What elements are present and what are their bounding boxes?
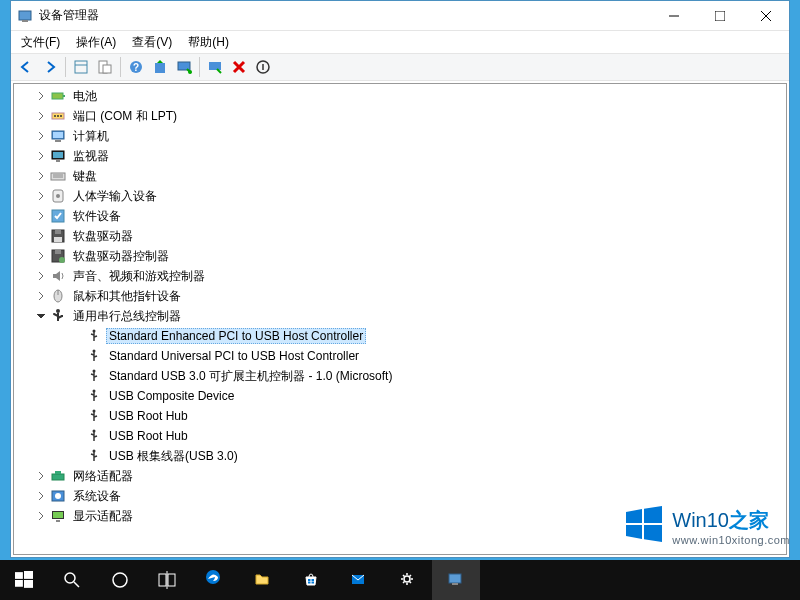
tree-node[interactable]: 软盘驱动器 <box>14 226 786 246</box>
expand-icon[interactable] <box>70 349 84 363</box>
tree-node[interactable]: 鼠标和其他指针设备 <box>14 286 786 306</box>
tree-node[interactable]: 软件设备 <box>14 206 786 226</box>
device-icon <box>86 408 102 424</box>
tree-node[interactable]: 计算机 <box>14 126 786 146</box>
device-icon <box>50 108 66 124</box>
properties-button[interactable] <box>94 56 116 78</box>
scan-hardware-button[interactable] <box>173 56 195 78</box>
tree-node[interactable]: USB Root Hub <box>14 426 786 446</box>
task-view-button[interactable] <box>144 560 192 600</box>
menu-action[interactable]: 操作(A) <box>70 32 122 53</box>
menu-help[interactable]: 帮助(H) <box>182 32 235 53</box>
expand-icon[interactable] <box>70 389 84 403</box>
expand-icon[interactable] <box>34 169 48 183</box>
forward-button[interactable] <box>39 56 61 78</box>
device-icon <box>50 168 66 184</box>
delete-button[interactable] <box>228 56 250 78</box>
enable-button[interactable] <box>252 56 274 78</box>
device-icon <box>86 348 102 364</box>
search-button[interactable] <box>48 560 96 600</box>
update-driver-button[interactable] <box>149 56 171 78</box>
device-icon <box>50 268 66 284</box>
tree-node[interactable]: 监视器 <box>14 146 786 166</box>
tree-node[interactable]: 系统设备 <box>14 486 786 506</box>
device-label: 软盘驱动器控制器 <box>70 247 172 266</box>
maximize-button[interactable] <box>697 1 743 30</box>
svg-point-71 <box>65 573 75 583</box>
uninstall-button[interactable] <box>204 56 226 78</box>
device-icon <box>50 88 66 104</box>
expand-icon[interactable] <box>34 229 48 243</box>
svg-rect-75 <box>168 574 175 586</box>
device-manager-window: 设备管理器 文件(F) 操作(A) 查看(V) 帮助(H) 电池端口 (COM … <box>10 0 790 558</box>
close-button[interactable] <box>743 1 789 30</box>
svg-rect-74 <box>159 574 166 586</box>
expand-icon[interactable] <box>34 149 48 163</box>
explorer-button[interactable] <box>240 560 288 600</box>
tree-node[interactable]: USB Root Hub <box>14 406 786 426</box>
device-label: 端口 (COM 和 LPT) <box>70 107 180 126</box>
start-button[interactable] <box>0 560 48 600</box>
tree-node[interactable]: 人体学输入设备 <box>14 186 786 206</box>
tree-node[interactable]: Standard Universal PCI to USB Host Contr… <box>14 346 786 366</box>
device-label: USB 根集线器(USB 3.0) <box>106 447 241 466</box>
tree-node[interactable]: Standard Enhanced PCI to USB Host Contro… <box>14 326 786 346</box>
edge-button[interactable] <box>192 560 240 600</box>
tree-node[interactable]: USB Composite Device <box>14 386 786 406</box>
menubar: 文件(F) 操作(A) 查看(V) 帮助(H) <box>11 31 789 53</box>
settings-button[interactable] <box>384 560 432 600</box>
tree-scroll[interactable]: 电池端口 (COM 和 LPT)计算机监视器键盘人体学输入设备软件设备软盘驱动器… <box>14 84 786 554</box>
expand-icon[interactable] <box>34 129 48 143</box>
tree-node[interactable]: 网络适配器 <box>14 466 786 486</box>
tree-node[interactable]: 键盘 <box>14 166 786 186</box>
device-label: 显示适配器 <box>70 507 136 526</box>
device-manager-taskbar-button[interactable] <box>432 560 480 600</box>
expand-icon[interactable] <box>34 109 48 123</box>
expand-icon[interactable] <box>70 409 84 423</box>
menu-view[interactable]: 查看(V) <box>126 32 178 53</box>
tree-node[interactable]: USB 根集线器(USB 3.0) <box>14 446 786 466</box>
device-tree: 电池端口 (COM 和 LPT)计算机监视器键盘人体学输入设备软件设备软盘驱动器… <box>13 83 787 555</box>
store-button[interactable] <box>288 560 336 600</box>
device-label: 网络适配器 <box>70 467 136 486</box>
tree-node[interactable]: 端口 (COM 和 LPT) <box>14 106 786 126</box>
tree-node[interactable]: 显示适配器 <box>14 506 786 526</box>
expand-icon[interactable] <box>34 489 48 503</box>
help-button[interactable] <box>125 56 147 78</box>
device-icon <box>50 248 66 264</box>
show-hide-button[interactable] <box>70 56 92 78</box>
tree-node[interactable]: 通用串行总线控制器 <box>14 306 786 326</box>
device-icon <box>50 228 66 244</box>
device-label: USB Root Hub <box>106 408 191 424</box>
tree-node[interactable]: 软盘驱动器控制器 <box>14 246 786 266</box>
expand-icon[interactable] <box>70 429 84 443</box>
titlebar[interactable]: 设备管理器 <box>11 1 789 31</box>
expand-icon[interactable] <box>34 289 48 303</box>
tree-node[interactable]: 电池 <box>14 86 786 106</box>
expand-icon[interactable] <box>34 249 48 263</box>
device-label: 监视器 <box>70 147 112 166</box>
mail-button[interactable] <box>336 560 384 600</box>
tree-node[interactable]: Standard USB 3.0 可扩展主机控制器 - 1.0 (Microso… <box>14 366 786 386</box>
expand-icon[interactable] <box>34 309 48 323</box>
device-icon <box>50 508 66 524</box>
minimize-button[interactable] <box>651 1 697 30</box>
expand-icon[interactable] <box>70 329 84 343</box>
expand-icon[interactable] <box>70 369 84 383</box>
expand-icon[interactable] <box>34 469 48 483</box>
device-label: 声音、视频和游戏控制器 <box>70 267 208 286</box>
expand-icon[interactable] <box>34 209 48 223</box>
expand-icon[interactable] <box>34 189 48 203</box>
back-button[interactable] <box>15 56 37 78</box>
expand-icon[interactable] <box>70 449 84 463</box>
menu-file[interactable]: 文件(F) <box>15 32 66 53</box>
expand-icon[interactable] <box>34 509 48 523</box>
tree-node[interactable]: 声音、视频和游戏控制器 <box>14 266 786 286</box>
device-label: Standard Universal PCI to USB Host Contr… <box>106 348 362 364</box>
cortana-button[interactable] <box>96 560 144 600</box>
device-icon <box>50 128 66 144</box>
expand-icon[interactable] <box>34 269 48 283</box>
device-label: USB Root Hub <box>106 428 191 444</box>
expand-icon[interactable] <box>34 89 48 103</box>
svg-rect-70 <box>24 580 33 588</box>
